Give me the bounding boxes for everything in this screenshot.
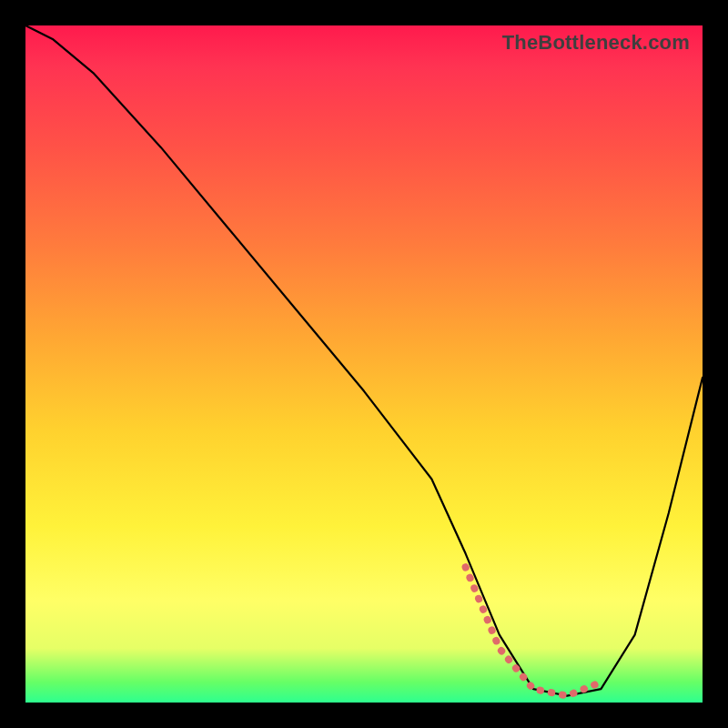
- bottleneck-curve: [25, 25, 703, 696]
- plot-area: TheBottleneck.com: [25, 25, 703, 703]
- chart-frame: TheBottleneck.com: [0, 0, 728, 728]
- bottleneck-marker: [466, 567, 602, 695]
- chart-svg: [25, 25, 703, 703]
